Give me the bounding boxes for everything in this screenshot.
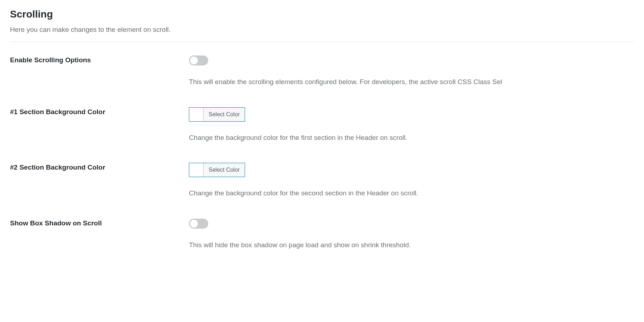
option-row-enable-scrolling: Enable Scrolling Options This will enabl… <box>10 55 634 87</box>
option-control: This will hide the box shadow on page lo… <box>189 219 634 250</box>
option-label: #1 Section Background Color <box>10 107 189 116</box>
option-label: #2 Section Background Color <box>10 163 189 171</box>
color-picker-label: Select Color <box>204 108 245 121</box>
option-row-box-shadow: Show Box Shadow on Scroll This will hide… <box>10 219 634 250</box>
option-label: Show Box Shadow on Scroll <box>10 219 189 227</box>
color-picker-label: Select Color <box>204 163 245 177</box>
option-control: Select Color Change the background color… <box>189 163 634 199</box>
color-swatch-icon <box>189 108 204 121</box>
option-row-section2-bg: #2 Section Background Color Select Color… <box>10 163 634 199</box>
option-control: Select Color Change the background color… <box>189 107 634 143</box>
section-title: Scrolling <box>10 9 634 20</box>
option-help: This will hide the box shadow on page lo… <box>189 240 634 250</box>
enable-scrolling-toggle[interactable] <box>189 55 208 65</box>
section2-bg-color-picker[interactable]: Select Color <box>189 163 245 177</box>
option-row-section1-bg: #1 Section Background Color Select Color… <box>10 107 634 143</box>
option-control: This will enable the scrolling elements … <box>189 55 634 87</box>
section-description: Here you can make changes to the element… <box>10 26 634 34</box>
color-swatch-icon <box>189 163 204 177</box>
section1-bg-color-picker[interactable]: Select Color <box>189 107 245 122</box>
option-label: Enable Scrolling Options <box>10 55 189 64</box>
option-help: Change the background color for the firs… <box>189 133 634 143</box>
option-help: Change the background color for the seco… <box>189 188 634 199</box>
box-shadow-toggle[interactable] <box>189 219 208 229</box>
option-help: This will enable the scrolling elements … <box>189 77 634 87</box>
section-divider <box>10 42 634 42</box>
